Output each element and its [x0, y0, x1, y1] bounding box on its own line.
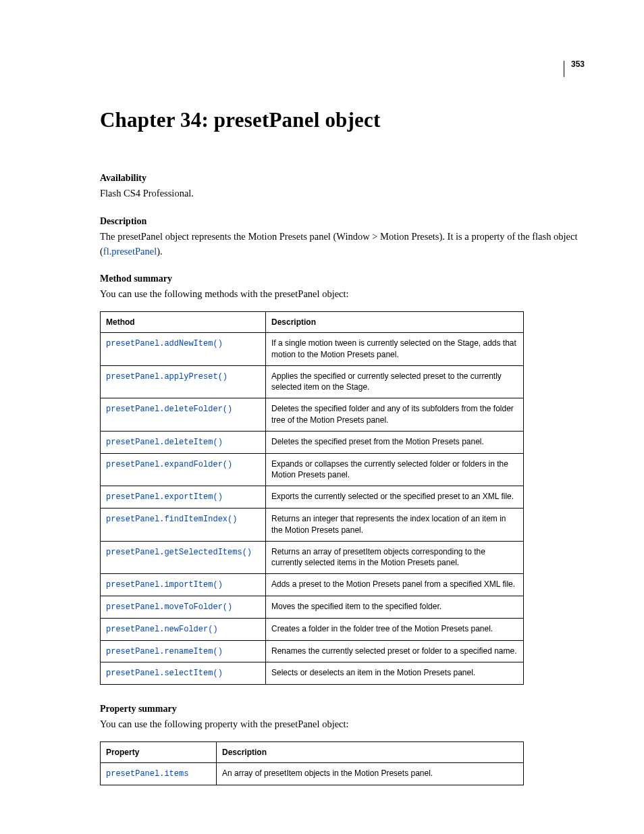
table-row: presetPanel.itemsAn array of presetItem … — [101, 762, 524, 785]
method-cell: presetPanel.newFolder() — [101, 618, 266, 640]
desc-pre: The presetPanel object represents the Mo… — [100, 231, 577, 257]
table-row: presetPanel.renameItem()Renames the curr… — [101, 640, 524, 662]
col-description: Description — [266, 312, 524, 333]
page: 353 Chapter 34: presetPanel object Avail… — [0, 0, 644, 826]
table-row: presetPanel.findItemIndex()Returns an in… — [101, 508, 524, 541]
description-cell: Deletes the specified preset from the Mo… — [266, 431, 524, 453]
method-link[interactable]: presetPanel.addNewItem() — [106, 339, 223, 348]
property-summary-intro: You can use the following property with … — [100, 717, 585, 732]
description-text: The presetPanel object represents the Mo… — [100, 230, 585, 259]
fl-presetpanel-link[interactable]: fl.presetPanel — [103, 246, 157, 257]
table-row: presetPanel.selectItem()Selects or desel… — [101, 662, 524, 685]
method-summary-heading: Method summary — [100, 273, 585, 284]
table-row: presetPanel.importItem()Adds a preset to… — [101, 574, 524, 596]
description-cell: Renames the currently selected preset or… — [266, 640, 524, 662]
method-cell: presetPanel.getSelectedItems() — [101, 541, 266, 574]
method-cell: presetPanel.deleteFolder() — [101, 398, 266, 432]
method-link[interactable]: presetPanel.exportItem() — [106, 492, 223, 502]
table-row: presetPanel.deleteItem()Deletes the spec… — [101, 431, 524, 453]
description-cell: Expands or collapses the currently selec… — [266, 453, 524, 486]
col-property: Property — [101, 741, 217, 762]
chapter-title: Chapter 34: presetPanel object — [100, 108, 585, 132]
availability-heading: Availability — [100, 173, 585, 184]
table-row: presetPanel.addNewItem()If a single moti… — [101, 333, 524, 366]
description-cell: Returns an array of presetItem objects c… — [266, 541, 524, 574]
description-cell: Selects or deselects an item in the Moti… — [266, 662, 524, 685]
description-cell: Returns an integer that represents the i… — [266, 508, 524, 541]
table-row: presetPanel.newFolder()Creates a folder … — [101, 618, 524, 640]
table-row: presetPanel.getSelectedItems()Returns an… — [101, 541, 524, 574]
description-cell: Exports the currently selected or the sp… — [266, 486, 524, 509]
property-summary-heading: Property summary — [100, 704, 585, 714]
property-summary-table: Property Description presetPanel.itemsAn… — [100, 741, 524, 785]
page-number: 353 — [564, 61, 585, 77]
availability-text: Flash CS4 Professional. — [100, 186, 585, 201]
description-cell: Moves the specified item to the specifie… — [266, 596, 524, 618]
table-header-row: Property Description — [101, 741, 524, 762]
method-link[interactable]: presetPanel.deleteFolder() — [106, 405, 232, 414]
description-cell: An array of presetItem objects in the Mo… — [217, 762, 524, 785]
method-cell: presetPanel.applyPreset() — [101, 365, 266, 398]
description-cell: Deletes the specified folder and any of … — [266, 398, 524, 432]
table-row: presetPanel.deleteFolder()Deletes the sp… — [101, 398, 524, 432]
method-summary-table: Method Description presetPanel.addNewIte… — [100, 311, 524, 685]
method-link[interactable]: presetPanel.importItem() — [106, 580, 223, 590]
table-row: presetPanel.moveToFolder()Moves the spec… — [101, 596, 524, 618]
method-link[interactable]: presetPanel.moveToFolder() — [106, 602, 232, 612]
description-cell: Creates a folder in the folder tree of t… — [266, 618, 524, 640]
method-link[interactable]: presetPanel.newFolder() — [106, 625, 218, 634]
method-cell: presetPanel.deleteItem() — [101, 431, 266, 453]
description-cell: If a single motion tween is currently se… — [266, 333, 524, 366]
method-link[interactable]: presetPanel.renameItem() — [106, 647, 223, 656]
method-cell: presetPanel.items — [101, 762, 217, 785]
col-description: Description — [217, 741, 524, 762]
method-cell: presetPanel.moveToFolder() — [101, 596, 266, 618]
table-row: presetPanel.exportItem()Exports the curr… — [101, 486, 524, 509]
description-cell: Adds a preset to the Motion Presets pane… — [266, 574, 524, 596]
method-link[interactable]: presetPanel.expandFolder() — [106, 460, 232, 469]
method-link[interactable]: presetPanel.findItemIndex() — [106, 515, 237, 524]
method-link[interactable]: presetPanel.items — [106, 769, 188, 779]
col-method: Method — [101, 312, 266, 333]
method-summary-intro: You can use the following methods with t… — [100, 287, 585, 302]
method-link[interactable]: presetPanel.deleteItem() — [106, 438, 223, 447]
method-link[interactable]: presetPanel.selectItem() — [106, 669, 223, 678]
method-cell: presetPanel.exportItem() — [101, 486, 266, 509]
method-cell: presetPanel.selectItem() — [101, 662, 266, 685]
method-link[interactable]: presetPanel.applyPreset() — [106, 372, 227, 382]
description-cell: Applies the specified or currently selec… — [266, 365, 524, 398]
description-heading: Description — [100, 216, 585, 227]
method-cell: presetPanel.importItem() — [101, 574, 266, 596]
method-link[interactable]: presetPanel.getSelectedItems() — [106, 548, 252, 557]
method-cell: presetPanel.findItemIndex() — [101, 508, 266, 541]
method-cell: presetPanel.addNewItem() — [101, 333, 266, 366]
method-cell: presetPanel.expandFolder() — [101, 453, 266, 486]
table-header-row: Method Description — [101, 312, 524, 333]
table-row: presetPanel.expandFolder()Expands or col… — [101, 453, 524, 486]
table-row: presetPanel.applyPreset()Applies the spe… — [101, 365, 524, 398]
desc-post: ). — [157, 246, 162, 257]
method-cell: presetPanel.renameItem() — [101, 640, 266, 662]
